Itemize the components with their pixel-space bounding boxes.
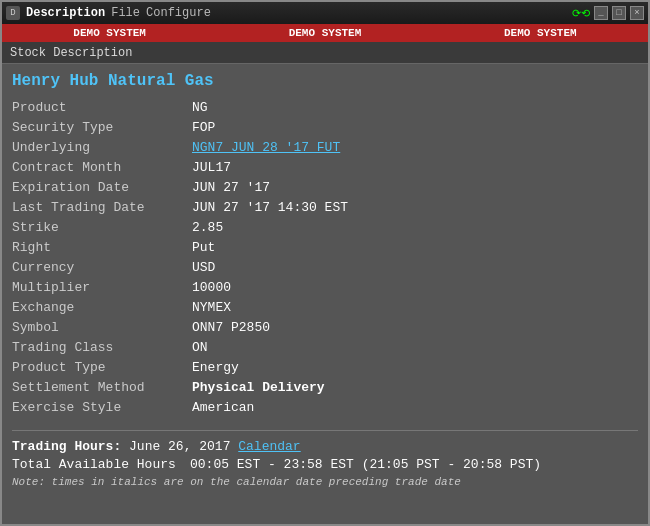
value-underlying[interactable]: NGN7 JUN 28 '17 FUT [192, 140, 340, 155]
label-settlement-method: Settlement Method [12, 380, 192, 395]
label-exercise-style: Exercise Style [12, 400, 192, 415]
label-strike: Strike [12, 220, 192, 235]
field-exchange: Exchange NYMEX [12, 300, 638, 318]
total-hours-row: Total Available Hours 00:05 EST - 23:58 … [12, 457, 638, 472]
value-strike: 2.85 [192, 220, 223, 235]
value-exercise-style: American [192, 400, 254, 415]
main-window: D Description File Configure ⟳⟲ _ □ × DE… [0, 0, 650, 526]
value-settlement-method: Physical Delivery [192, 380, 325, 395]
field-underlying: Underlying NGN7 JUN 28 '17 FUT [12, 140, 638, 158]
label-trading-class: Trading Class [12, 340, 192, 355]
app-title: Description [26, 6, 105, 20]
demo-bar: DEMO SYSTEM DEMO SYSTEM DEMO SYSTEM [2, 24, 648, 42]
field-symbol: Symbol ONN7 P2850 [12, 320, 638, 338]
field-product: Product NG [12, 100, 638, 118]
field-settlement-method: Settlement Method Physical Delivery [12, 380, 638, 398]
demo-label-2: DEMO SYSTEM [289, 27, 362, 39]
note-text: Note: times in italics are on the calend… [12, 476, 638, 488]
label-last-trading-date: Last Trading Date [12, 200, 192, 215]
trading-hours-label-span: Trading Hours: [12, 439, 121, 454]
field-expiration-date: Expiration Date JUN 27 '17 [12, 180, 638, 198]
label-contract-month: Contract Month [12, 160, 192, 175]
window-controls: ⟳⟲ _ □ × [568, 6, 644, 20]
total-hours-label: Total Available Hours [12, 457, 182, 472]
trading-hours-header: Trading Hours: June 26, 2017 Calendar [12, 439, 638, 454]
field-currency: Currency USD [12, 260, 638, 278]
app-icon: D [6, 6, 20, 20]
label-multiplier: Multiplier [12, 280, 192, 295]
label-underlying: Underlying [12, 140, 192, 155]
field-product-type: Product Type Energy [12, 360, 638, 378]
field-right: Right Put [12, 240, 638, 258]
content-area: Henry Hub Natural Gas Product NG Securit… [2, 64, 648, 524]
minimize-button[interactable]: _ [594, 6, 608, 20]
close-button[interactable]: × [630, 6, 644, 20]
field-contract-month: Contract Month JUL17 [12, 160, 638, 178]
value-product-type: Energy [192, 360, 239, 375]
value-symbol: ONN7 P2850 [192, 320, 270, 335]
value-contract-month: JUL17 [192, 160, 231, 175]
value-right: Put [192, 240, 215, 255]
value-exchange: NYMEX [192, 300, 231, 315]
connection-icon: ⟳⟲ [572, 7, 590, 20]
section-title: Stock Description [10, 46, 132, 60]
stock-title: Henry Hub Natural Gas [12, 72, 638, 90]
label-right: Right [12, 240, 192, 255]
value-product: NG [192, 100, 208, 115]
field-security-type: Security Type FOP [12, 120, 638, 138]
value-expiration-date: JUN 27 '17 [192, 180, 270, 195]
field-multiplier: Multiplier 10000 [12, 280, 638, 298]
label-currency: Currency [12, 260, 192, 275]
section-header: Stock Description [2, 42, 648, 64]
trading-hours-date-span: June 26, 2017 [129, 439, 230, 454]
total-hours-value: 00:05 EST - 23:58 EST (21:05 PST - 20:58… [190, 457, 541, 472]
value-multiplier: 10000 [192, 280, 231, 295]
label-product-type: Product Type [12, 360, 192, 375]
label-product: Product [12, 100, 192, 115]
field-last-trading-date: Last Trading Date JUN 27 '17 14:30 EST [12, 200, 638, 218]
value-trading-class: ON [192, 340, 208, 355]
label-exchange: Exchange [12, 300, 192, 315]
label-security-type: Security Type [12, 120, 192, 135]
field-exercise-style: Exercise Style American [12, 400, 638, 418]
value-last-trading-date: JUN 27 '17 14:30 EST [192, 200, 348, 215]
maximize-button[interactable]: □ [612, 6, 626, 20]
menu-file[interactable]: File [111, 6, 140, 20]
demo-label-1: DEMO SYSTEM [73, 27, 146, 39]
trading-hours-section: Trading Hours: June 26, 2017 Calendar To… [12, 430, 638, 488]
menu-configure[interactable]: Configure [146, 6, 211, 20]
calendar-link-span[interactable]: Calendar [238, 439, 300, 454]
demo-label-3: DEMO SYSTEM [504, 27, 577, 39]
title-bar: D Description File Configure ⟳⟲ _ □ × [2, 2, 648, 24]
field-trading-class: Trading Class ON [12, 340, 638, 358]
label-expiration-date: Expiration Date [12, 180, 192, 195]
value-security-type: FOP [192, 120, 215, 135]
label-symbol: Symbol [12, 320, 192, 335]
fields-container: Product NG Security Type FOP Underlying … [12, 100, 638, 418]
value-currency: USD [192, 260, 215, 275]
field-strike: Strike 2.85 [12, 220, 638, 238]
